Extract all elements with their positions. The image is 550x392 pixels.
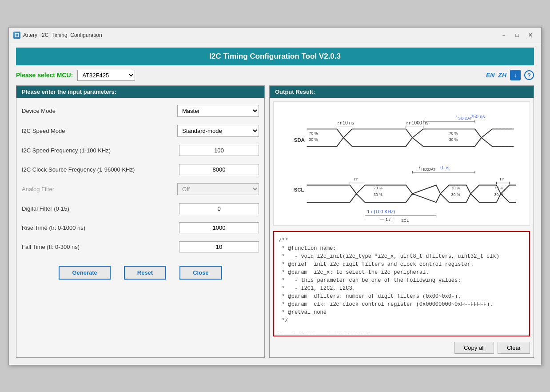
svg-text:r: r [409,120,411,125]
svg-text:t: t [419,165,421,170]
copy-all-button[interactable]: Copy all [454,342,494,354]
speed-freq-input[interactable] [179,145,259,156]
speed-mode-row: I2C Speed Mode Standard-mode Fast-mode F… [22,125,259,137]
svg-text:t: t [337,120,339,125]
help-button[interactable]: ? [524,70,534,80]
maximize-button[interactable]: □ [511,30,523,40]
speed-freq-row: I2C Speed Frequency (1-100 KHz) [22,145,259,156]
code-output[interactable]: /** * @function name: * - void i2c_init(… [274,232,529,334]
generate-button[interactable]: Generate [59,266,110,280]
svg-text:30 %: 30 % [494,192,503,196]
digital-filter-label: Digital Filter (0-15) [22,205,179,212]
minimize-button[interactable]: − [498,30,510,40]
rise-time-label: Rise Time (tr: 0-1000 ns) [22,224,179,231]
timing-diagram: SDA SCL [273,101,530,226]
device-mode-select[interactable]: Master Slave [177,105,259,117]
mcu-left: Please select MCU: AT32F425 AT32F403 AT3… [16,70,135,81]
digital-filter-row: Digital Filter (0-15) [22,203,259,214]
panels: Please enter the input parameters: Devic… [16,85,534,358]
svg-rect-0 [15,33,19,37]
main-content: I2C Timing Configuration Tool V2.0.3 Ple… [9,43,541,365]
close-action-button[interactable]: Close [179,266,222,280]
digital-filter-input[interactable] [179,203,259,214]
svg-text:30 %: 30 % [451,192,460,196]
svg-text:30 %: 30 % [309,137,318,141]
svg-text:SCL: SCL [401,218,409,222]
svg-text:1000 ns: 1000 ns [411,120,428,125]
svg-text:r: r [502,176,504,181]
svg-text:SCL: SCL [294,187,304,192]
svg-text:30 %: 30 % [374,192,383,196]
timing-svg: SDA SCL [277,105,526,222]
close-button[interactable]: ✕ [524,30,537,40]
window-title: Artery_I2C_Timing_Configuration [23,32,102,38]
analog-filter-row: Analog Filter Off On [22,183,259,195]
mcu-row: Please select MCU: AT32F425 AT32F403 AT3… [16,70,534,81]
reset-button[interactable]: Reset [124,266,166,280]
svg-text:0 ns: 0 ns [440,164,449,170]
svg-text:t: t [455,114,457,119]
code-output-wrapper: /** * @function name: * - void i2c_init(… [273,231,530,336]
svg-text:SDA: SDA [294,137,305,143]
left-panel-body: Device Mode Master Slave I2C Speed Mode … [16,98,264,291]
speed-freq-label: I2C Speed Frequency (1-100 KHz) [22,147,179,154]
clock-freq-row: I2C Clock Source Frequency (1-96000 KHz) [22,164,259,175]
titlebar-controls: − □ ✕ [498,30,537,40]
analog-filter-select[interactable]: Off On [177,183,259,195]
fall-time-input[interactable] [179,241,259,252]
app-header: I2C Timing Configuration Tool V2.0.3 [16,48,534,65]
svg-text:r: r [356,176,358,181]
left-panel-header: Please enter the input parameters: [16,86,264,98]
lang-zh-button[interactable]: ZH [498,72,506,79]
svg-text:10 ns: 10 ns [343,120,354,125]
right-panel: Output Result: SDA SCL [269,85,534,358]
fall-time-row: Fall Time (tf: 0-300 ns) [22,241,259,252]
mcu-label: Please select MCU: [16,72,73,79]
titlebar: Artery_I2C_Timing_Configuration − □ ✕ [9,28,541,43]
svg-text:30 %: 30 % [449,137,458,141]
main-window: Artery_I2C_Timing_Configuration − □ ✕ I2… [8,27,542,365]
rise-time-input[interactable] [179,222,259,233]
download-button[interactable]: ↓ [510,70,521,80]
svg-text:250 ns: 250 ns [470,114,485,119]
left-panel: Please enter the input parameters: Devic… [16,85,265,358]
speed-mode-label: I2C Speed Mode [22,128,177,134]
mcu-select[interactable]: AT32F425 AT32F403 AT32F407 [77,70,135,81]
svg-text:t: t [500,176,502,181]
output-buttons: Copy all Clear [270,338,534,357]
device-mode-label: Device Mode [22,108,177,114]
clock-freq-input[interactable] [179,164,259,175]
right-panel-header: Output Result: [270,86,534,98]
svg-text:r: r [340,120,342,125]
svg-text:— 1 / f: — 1 / f [380,217,393,222]
svg-text:1 / (100 KHz): 1 / (100 KHz) [367,208,395,214]
fall-time-label: Fall Time (tf: 0-300 ns) [22,244,179,250]
action-buttons: Generate Reset Close [22,261,259,284]
svg-text:70 %: 70 % [309,131,318,135]
svg-text:70 %: 70 % [494,186,503,190]
svg-text:HD;DAT: HD;DAT [422,167,436,171]
titlebar-left: Artery_I2C_Timing_Configuration [13,32,102,39]
clock-freq-label: I2C Clock Source Frequency (1-96000 KHz) [22,166,179,173]
rise-time-row: Rise Time (tr: 0-1000 ns) [22,222,259,233]
lang-en-button[interactable]: EN [486,72,494,79]
app-icon [13,32,20,39]
svg-text:70 %: 70 % [374,186,383,190]
analog-filter-label: Analog Filter [22,186,177,192]
svg-text:70 %: 70 % [449,131,458,135]
lang-controls: EN ZH ↓ ? [486,70,534,80]
svg-text:70 %: 70 % [451,186,460,190]
svg-text:t: t [407,120,408,125]
clear-button[interactable]: Clear [498,342,530,354]
device-mode-row: Device Mode Master Slave [22,105,259,117]
speed-mode-select[interactable]: Standard-mode Fast-mode Fast-mode Plus [177,125,259,137]
svg-text:t: t [354,176,356,181]
